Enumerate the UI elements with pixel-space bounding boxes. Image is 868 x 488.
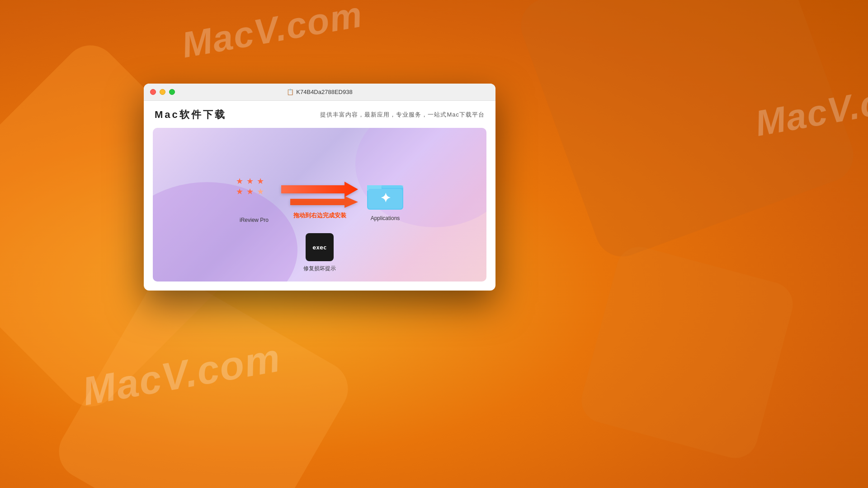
small-arrow-svg	[290, 195, 358, 209]
traffic-lights	[144, 89, 175, 95]
applications-folder-icon: ✦	[367, 179, 403, 211]
star-4: ★	[236, 188, 245, 197]
window-header: Mac软件下载 提供丰富内容，最新应用，专业服务，一站式Mac下载平台	[144, 101, 495, 128]
app-window: 📋 K74B4Da2788ED938 Mac软件下载 提供丰富内容，最新应用，专…	[144, 84, 495, 291]
star-5: ★	[246, 188, 255, 197]
star-1: ★	[236, 177, 245, 186]
exec-icon: exec	[306, 233, 334, 261]
close-button[interactable]	[150, 89, 156, 95]
arrows-container: 拖动到右边完成安装	[281, 181, 358, 220]
svg-marker-0	[281, 182, 358, 197]
app-icon-wrap: ★ ★ ★ ★ ★ ★ iReview Pro	[236, 177, 272, 223]
maximize-button[interactable]	[169, 89, 175, 95]
titlebar: 📋 K74B4Da2788ED938	[144, 84, 495, 101]
site-tagline: 提供丰富内容，最新应用，专业服务，一站式Mac下载平台	[320, 111, 485, 119]
applications-folder-wrap: ✦ Applications	[367, 179, 403, 221]
star-rating-icon: ★ ★ ★ ★ ★ ★	[236, 177, 272, 197]
install-area: ★ ★ ★ ★ ★ ★ iReview Pro	[236, 177, 403, 223]
app-icon-label: iReview Pro	[240, 217, 269, 223]
dmg-content-area: ★ ★ ★ ★ ★ ★ iReview Pro	[153, 128, 486, 282]
star-3: ★	[257, 177, 266, 186]
repair-label: 修复损坏提示	[303, 265, 336, 272]
app-icon: ★ ★ ★ ★ ★ ★	[236, 177, 272, 213]
drag-instruction: 拖动到右边完成安装	[293, 211, 346, 220]
window-title: 📋 K74B4Da2788ED938	[287, 89, 352, 95]
star-2: ★	[246, 177, 255, 186]
exec-wrap: exec 修复损坏提示	[303, 233, 336, 272]
svg-text:✦: ✦	[380, 191, 391, 205]
svg-marker-1	[290, 196, 358, 208]
folder-svg: ✦	[367, 179, 403, 211]
site-logo: Mac软件下载	[155, 108, 226, 122]
minimize-button[interactable]	[160, 89, 165, 95]
star-6: ★	[257, 188, 266, 197]
title-icon: 📋	[287, 89, 294, 95]
applications-folder-label: Applications	[371, 215, 400, 221]
exec-text: exec	[312, 244, 326, 251]
